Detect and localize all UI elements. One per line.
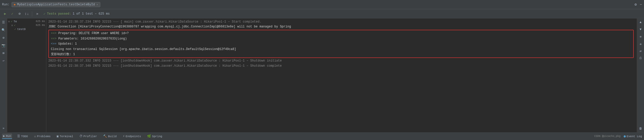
toolbar-separator: [32, 11, 32, 16]
side-icon-grid[interactable]: ⊞: [1, 50, 6, 56]
terminal-icon: ▣: [57, 134, 59, 138]
test-tree: ∨ ✓ Te 625 ms ∨ ✓ 625 ms ✓ testD: [7, 18, 46, 132]
side-icons: ☰ 🔍 ⚙ 📷 ⊞ ↩ »: [0, 18, 7, 132]
log-line: 2023-01-14 22:38:37.332 INFO 32215 --- […: [48, 58, 635, 63]
status-bar-profiler[interactable]: ⏱ Profiler: [78, 134, 98, 139]
highlight-line: ==> Parameters: 1614268020820037633(Long…: [51, 36, 631, 41]
side-icon-menu[interactable]: ☰: [1, 19, 6, 25]
spring-icon: 🌿: [147, 134, 151, 138]
more-button[interactable]: »: [34, 11, 40, 17]
left-panel-inner: ☰ 🔍 ⚙ 📷 ⊞ ↩ » ∨ ✓ Te 625 ms ∨ ✓: [0, 18, 46, 132]
tree-check-icon: ✓: [14, 27, 16, 31]
event-log-label: Event Log: [627, 135, 642, 138]
run-label: Run: [6, 135, 11, 138]
event-log-button[interactable]: Event Log: [624, 135, 642, 138]
spring-label: Spring: [152, 135, 162, 138]
tree-check-icon: ✓: [11, 20, 13, 23]
highlight-box: ==> Preparing: DELETE FROM user WHERE id…: [48, 30, 634, 58]
log-line: 2023-01-14 22:38:37.234 INFO 32215 --- […: [48, 19, 635, 24]
status-bar-right: CSDN @picacho_pkg Event Log: [594, 135, 642, 138]
arrow-icon: ==>: [51, 37, 57, 41]
log-line: 2023-01-14 22:38:37.348 INFO 32215 --- […: [48, 64, 635, 68]
kotlin-icon: ◆: [14, 3, 16, 6]
side-icon-search[interactable]: 🔍: [1, 27, 6, 33]
build-icon: 🔨: [103, 134, 107, 138]
arrow-icon: <==: [51, 42, 57, 46]
status-detail: 1 of 1 test – 625 ms: [73, 12, 110, 16]
status-text: Tests passed:: [47, 12, 71, 16]
sort-button[interactable]: ↕↓: [24, 11, 30, 17]
top-bar-actions: ⚙ −: [634, 2, 642, 7]
profiler-label: Profiler: [84, 135, 97, 138]
settings-icon[interactable]: ⚙: [634, 2, 637, 7]
chinese-text: 受影响的行数: 1: [51, 53, 75, 56]
main-content: ☰ 🔍 ⚙ 📷 ⊞ ↩ » ∨ ✓ Te 625 ms ∨ ✓: [0, 18, 644, 132]
problems-label: Problems: [37, 135, 51, 138]
status-bar-build[interactable]: 🔨 Build: [102, 134, 118, 139]
csdn-label: CSDN @picacho_pkg: [594, 135, 621, 138]
status-bar-todo[interactable]: ☰ TODO: [16, 134, 29, 139]
status-bar-run[interactable]: ▶ Run: [2, 134, 12, 139]
endpoints-label: Endpoints: [126, 135, 141, 138]
wrap-button[interactable]: ⇄: [638, 48, 643, 54]
status-bar-problems[interactable]: ⚠ Problems: [33, 134, 51, 139]
close-tab-icon[interactable]: ✕: [96, 3, 98, 6]
tree-item-label: Te: [14, 20, 17, 23]
highlight-text: Updates: 1: [58, 42, 77, 46]
run-icon: ▶: [3, 134, 5, 138]
scroll-top-button[interactable]: ⇈: [638, 34, 643, 39]
log-output[interactable]: 2023-01-14 22:38:37.234 INFO 32215 --- […: [46, 18, 637, 132]
run-button[interactable]: ▶: [2, 11, 8, 17]
build-label: Build: [108, 135, 117, 138]
event-log-notification: [624, 135, 626, 137]
highlight-line: Closing non transactional SqlSession [or…: [51, 47, 631, 52]
profiler-icon: ⏱: [79, 134, 83, 138]
tree-item[interactable]: ✓ testD: [7, 27, 46, 31]
print-button[interactable]: ⎙: [638, 55, 643, 61]
highlight-text: Preparing: DELETE FROM user WHERE id=?: [58, 32, 129, 35]
scroll-bottom-button[interactable]: ⇊: [638, 41, 643, 47]
tree-item[interactable]: ∨ ✓ 625 ms: [7, 23, 46, 27]
minimize-icon[interactable]: −: [640, 3, 642, 7]
toolbar: ▶ ✓ ⊘ ↕↓ » ✓ Tests passed: 1 of 1 test –…: [0, 9, 644, 18]
tree-check-icon: ✓: [14, 24, 16, 27]
scroll-up-button[interactable]: ▲: [638, 19, 643, 25]
status-check-icon: ✓: [43, 12, 46, 16]
highlight-text: Closing non transactional SqlSession [or…: [51, 47, 236, 51]
highlight-line: 受影响的行数: 1: [51, 52, 631, 57]
right-scrollbar: ▲ ▼ ⇈ ⇊ ⇄ ⎙ 🗑: [637, 18, 644, 132]
highlight-line: ==> Preparing: DELETE FROM user WHERE id…: [51, 31, 631, 36]
status-bar-endpoints[interactable]: ⚡ Endpoints: [122, 134, 142, 139]
scroll-down-button[interactable]: ▼: [638, 27, 643, 32]
left-panel: ☰ 🔍 ⚙ 📷 ⊞ ↩ » ∨ ✓ Te 625 ms ∨ ✓: [0, 18, 46, 132]
problems-icon: ⚠: [34, 134, 36, 138]
side-icon-settings[interactable]: ⚙: [1, 35, 6, 41]
clear-button[interactable]: 🗑: [638, 126, 643, 131]
side-icon-camera[interactable]: 📷: [1, 43, 6, 48]
stop-button[interactable]: ⊘: [16, 11, 23, 17]
tree-item-label: testD: [17, 28, 26, 31]
status-bar-spring[interactable]: 🌿 Spring: [146, 134, 163, 139]
side-icon-expand[interactable]: »: [1, 126, 6, 131]
todo-label: TODO: [21, 135, 28, 138]
chevron-icon: ∨: [11, 24, 13, 27]
right-panel: 2023-01-14 22:38:37.234 INFO 32215 --- […: [46, 18, 637, 132]
status-bar-terminal[interactable]: ▣ Terminal: [56, 134, 74, 139]
tree-item-time: 625 ms: [36, 20, 45, 23]
highlight-line: <== Updates: 1: [51, 41, 631, 46]
highlight-text: Parameters: 1614268020820037633(Long): [58, 37, 127, 41]
log-line: JDBC Connection [HikariProxyConnection@1…: [48, 24, 635, 29]
tab-name: MybatisplusApplicationTests.testDeleteBy…: [17, 3, 95, 6]
terminal-label: Terminal: [60, 135, 73, 138]
tree-item[interactable]: ∨ ✓ Te 625 ms: [7, 19, 46, 23]
top-bar: Run: ◆ MybatisplusApplicationTests.testD…: [0, 0, 644, 9]
check-button[interactable]: ✓: [9, 11, 15, 17]
side-icon-back[interactable]: ↩: [1, 58, 6, 64]
todo-icon: ☰: [17, 134, 20, 138]
tree-item-time: 625 ms: [36, 24, 45, 27]
chevron-icon: ∨: [8, 20, 10, 23]
status-bar: ▶ Run ☰ TODO ⚠ Problems ▣ Terminal ⏱ Pro…: [0, 132, 644, 140]
run-tab[interactable]: ◆ MybatisplusApplicationTests.testDelete…: [12, 2, 100, 7]
arrow-icon: ==>: [51, 32, 57, 35]
run-label: Run:: [2, 3, 10, 6]
